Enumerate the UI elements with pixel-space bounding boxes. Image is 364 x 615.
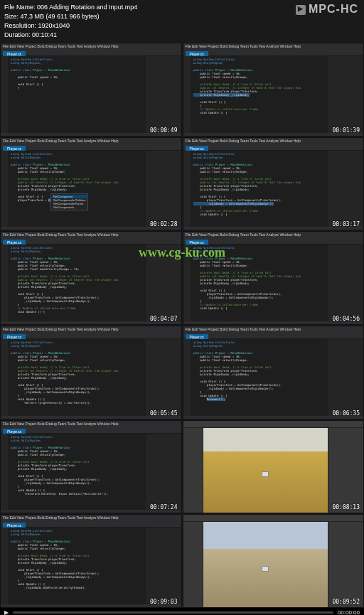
timestamp: 00:07:24 [150,504,178,510]
unity-inspector [328,522,363,607]
vs-explorer [146,245,181,321]
timestamp: 00:03:17 [332,221,360,228]
play-button[interactable]: ▶ [4,609,9,616]
scene-ground [203,522,328,607]
vs-menubar: File Edit View Project Build Debug Team … [1,43,181,50]
thumbnail-7[interactable]: File Edit View Project Build Debug Team … [0,326,182,419]
unity-scene-view [203,522,328,607]
vs-explorer [328,56,363,133]
thumbnail-4[interactable]: File Edit View Project Build Debug Team … [183,137,365,231]
file-name-label: File Name: [4,4,36,11]
intellisense-item[interactable]: GetComponentInParent [52,202,87,205]
vs-explorer [146,528,181,604]
play-icon [296,5,306,15]
unity-hierarchy [183,428,203,513]
thumbnail-2[interactable]: File Edit View Project Build Debug Team … [183,43,365,137]
vs-menubar: File Edit View Project Build Debug Team … [183,43,364,50]
vs-side [1,245,8,321]
vs-menubar: File Edit View Project Build Debug Team … [1,232,181,239]
vs-body: using System.Collections; using UnityEng… [1,151,181,228]
vs-side [183,56,191,133]
timestamp: 00:06:35 [332,410,360,417]
seek-bar[interactable] [13,611,333,614]
code-editor: using System.Collections; using UnityEng… [8,339,146,416]
vs-explorer [146,56,181,133]
vs-toolbar: Player.cs [1,428,181,434]
size-label: Size: [4,13,18,20]
timestamp: 00:04:56 [332,316,360,322]
vs-toolbar: Player.cs [183,50,364,56]
vs-side [1,56,8,133]
vs-menubar: File Edit View Project Build Debug Team … [1,421,181,428]
code-editor: using System.Collections; using UnityEng… [191,56,328,133]
thumbnail-10[interactable]: 00:08:13 [183,420,365,514]
code-editor: using System.Collections; using UnityEng… [8,434,146,510]
intellisense-item[interactable]: GetComponentInChildren [52,198,87,202]
vs-toolbar: Player.cs [1,333,181,339]
vs-toolbar: Player.cs [183,333,364,339]
thumbnail-3[interactable]: File Edit View Project Build Debug Team … [0,137,182,231]
timestamp: 00:09:52 [332,599,360,605]
thumbnail-9[interactable]: File Edit View Project Build Debug Team … [0,420,182,514]
thumbnail-5[interactable]: File Edit View Project Build Debug Team … [0,231,182,325]
thumbnail-8[interactable]: File Edit View Project Build Debug Team … [183,326,365,419]
size-value: 47,3 MB (49 611 966 bytes) [21,13,100,20]
code-editor: using System.Collections; using UnityEng… [191,151,328,228]
intellisense-popup[interactable]: GetComponent GetComponentInChildren GetC… [50,193,88,210]
vs-body: using System.Collections; using UnityEng… [183,151,364,228]
unity-body [183,428,364,513]
duration-label: Duration: [4,31,31,38]
scene-cube [262,471,269,477]
thumbnail-12[interactable]: 00:09:52 [183,514,365,608]
thumbnail-6[interactable]: File Edit View Project Build Debug Team … [183,231,365,325]
vs-side [1,528,8,604]
file-name-value: 006 Adding Rotation and Input.mp4 [37,4,137,11]
unity-toolbar [183,421,364,428]
vs-explorer [146,339,181,416]
code-editor: using System.Collections; using UnityEng… [191,245,328,321]
vs-side [1,151,8,228]
unity-toolbar [183,515,364,522]
timestamp: 00:04:07 [150,316,178,322]
timestamp: 00:09:03 [150,599,178,605]
vs-toolbar: Player.cs [183,239,364,245]
vs-menubar: File Edit View Project Build Debug Team … [183,232,364,239]
vs-body: using System.Collections; using UnityEng… [1,56,181,133]
vs-explorer [146,434,181,510]
vs-body: using System.Collections; using UnityEng… [183,339,364,416]
vs-body: using System.Collections; using UnityEng… [183,56,364,133]
vs-explorer [328,151,363,228]
vs-body: using System.Collections; using UnityEng… [1,528,181,604]
intellisense-item[interactable]: GetComponents [52,205,87,209]
code-editor: using System.Collections; using UnityEng… [191,339,328,416]
vs-explorer [328,339,363,416]
scene-cube [262,566,269,572]
vs-menubar: File Edit View Project Build Debug Team … [1,326,181,333]
code-editor: using System.Collections; using UnityEng… [8,56,146,133]
vs-toolbar: Player.cs [1,239,181,245]
vs-body: using System.Collections; using UnityEng… [1,434,181,510]
resolution-value: 1920x1040 [38,22,70,29]
timestamp: 00:05:45 [150,410,178,417]
thumbnail-11[interactable]: File Edit View Project Build Debug Team … [0,514,182,608]
vs-side [183,245,191,321]
unity-body [183,522,364,607]
vs-body: using System.Collections; using UnityEng… [183,245,364,321]
code-editor: using System.Collections; using UnityEng… [8,245,146,321]
vs-body: using System.Collections; using UnityEng… [1,339,181,416]
thumbnail-1[interactable]: File Edit View Project Build Debug Team … [0,43,182,137]
vs-menubar: File Edit View Project Build Debug Team … [183,326,364,333]
vs-toolbar: Player.cs [1,145,181,151]
timestamp: 00:08:13 [332,504,360,510]
vs-toolbar: Player.cs [1,522,181,528]
duration-value: 00:10:41 [32,31,57,38]
vs-explorer [146,151,181,228]
code-editor: using System.Collections; using UnityEng… [8,151,146,228]
timestamp: 00:00:49 [150,127,178,134]
timestamp: 00:02:28 [150,221,178,228]
vs-toolbar: Player.cs [183,145,364,151]
mpc-logo: MPC-HC [296,3,358,16]
vs-side [1,339,8,416]
file-info-header: MPC-HC File Name: 006 Adding Rotation an… [0,0,364,43]
timestamp: 00:01:39 [332,127,360,134]
